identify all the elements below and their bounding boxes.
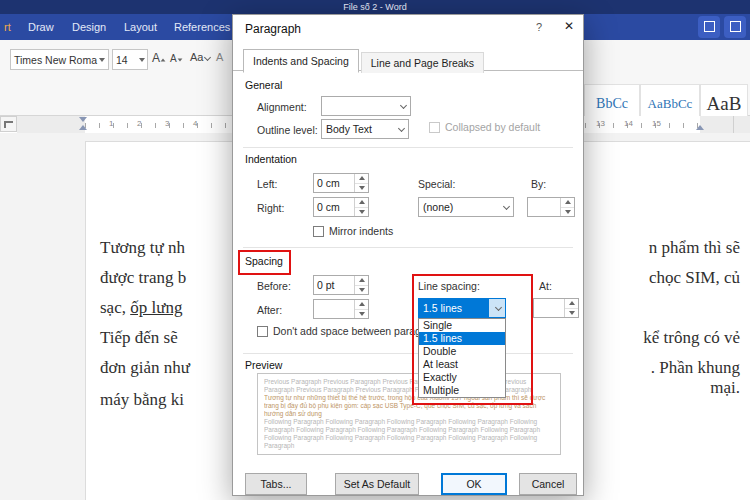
combo-arrow-button[interactable] [497, 198, 513, 216]
option-multiple[interactable]: Multiple [419, 384, 505, 397]
checkbox-icon [257, 326, 268, 337]
tab-references[interactable]: References [170, 14, 234, 40]
line-spacing-select[interactable]: 1.5 lines [418, 298, 506, 318]
spinner-up-icon[interactable] [355, 198, 368, 208]
chevron-down-icon [99, 58, 105, 62]
tab-indents-and-spacing[interactable]: Indents and Spacing [243, 49, 359, 73]
first-line-indent-marker[interactable] [79, 117, 87, 122]
spinner-down-icon[interactable] [561, 208, 574, 217]
document-title: File số 2 - Word [343, 2, 406, 12]
ruler-number: 3 [165, 119, 169, 128]
spinner-down-icon[interactable] [355, 310, 368, 319]
doc-text-line: n phẩm thì sẽ [649, 238, 740, 258]
preview-box: Previous Paragraph Previous Paragraph Pr… [257, 373, 561, 455]
spinner-up-icon[interactable] [565, 299, 578, 309]
ruler-margin-left [17, 116, 85, 133]
font-size-select[interactable]: 14 [112, 49, 148, 70]
clear-formatting-button[interactable]: A [216, 51, 223, 63]
spinner-down-icon[interactable] [565, 309, 578, 318]
help-icon[interactable]: ? [531, 21, 547, 33]
alignment-select[interactable] [321, 96, 411, 116]
caret-down-icon [177, 58, 182, 61]
preview-sample-text: Tương tự như những thiết bị thế hệ trước… [264, 394, 554, 418]
right-indent-marker[interactable] [696, 125, 704, 130]
caret-up-icon [161, 58, 166, 61]
tab-draw[interactable]: Draw [24, 14, 58, 40]
general-section-label: General [245, 79, 282, 91]
ruler-number: 1 [109, 119, 113, 128]
doc-text-line: mại. [710, 378, 740, 398]
chevron-down-icon [204, 54, 211, 61]
spacing-section-label: Spacing [245, 255, 283, 267]
square-icon [730, 21, 741, 32]
ruler-number: 14 [624, 119, 633, 128]
checkbox-icon [429, 122, 440, 133]
spinner-up-icon[interactable] [561, 198, 574, 208]
font-name-value: Times New Roma [11, 54, 99, 66]
combo-arrow-button[interactable] [392, 120, 408, 138]
spinner-up-icon[interactable] [355, 276, 368, 286]
tab-stop-icon [4, 121, 13, 128]
indentation-section-label: Indentation [245, 153, 297, 165]
at-label: At: [539, 280, 552, 292]
indent-right-label: Right: [257, 202, 284, 214]
combo-arrow-button[interactable] [489, 299, 505, 317]
spinner-up-icon[interactable] [355, 174, 368, 184]
shrink-font-button[interactable]: A [170, 53, 183, 64]
titlebar-icon-2[interactable] [724, 16, 746, 38]
outline-level-select[interactable]: Body Text [321, 119, 409, 139]
tab-line-and-page-breaks[interactable]: Line and Page Breaks [361, 52, 484, 73]
doc-text-line: đơn giản như [100, 358, 190, 378]
by-label: By: [531, 178, 546, 190]
close-icon[interactable]: ✕ [559, 19, 579, 33]
at-spinner[interactable] [533, 298, 579, 318]
set-as-default-button[interactable]: Set As Default [335, 473, 419, 495]
tab-design[interactable]: Design [68, 14, 110, 40]
dont-add-space-checkbox[interactable]: Don't add space between paragraphs of th… [257, 325, 421, 337]
section-divider [243, 353, 573, 354]
doc-text-line: máy bằng ki [100, 390, 184, 410]
spinner-down-icon[interactable] [355, 208, 368, 217]
preview-following-text: Following Paragraph Following Paragraph … [264, 418, 554, 450]
indent-left-spinner[interactable]: 0 cm [313, 173, 369, 193]
ok-button[interactable]: OK [441, 473, 507, 495]
outline-level-label: Outline level: [257, 124, 318, 136]
font-name-select[interactable]: Times New Roma [10, 49, 109, 70]
checkbox-icon [313, 226, 324, 237]
option-1-5-lines[interactable]: 1.5 lines [419, 332, 505, 345]
option-double[interactable]: Double [419, 345, 505, 358]
tabs-button[interactable]: Tabs... [245, 473, 307, 495]
doc-text-line: . Phần khung [651, 358, 740, 378]
combo-arrow-button[interactable] [394, 97, 410, 115]
doc-text-line: kể trông có vẻ [643, 328, 740, 348]
option-at-least[interactable]: At least [419, 358, 505, 371]
spinner-up-icon[interactable] [355, 300, 368, 310]
change-case-button[interactable]: Aa [190, 51, 210, 63]
line-spacing-label: Line spacing: [418, 280, 480, 292]
grow-font-button[interactable]: A [152, 51, 166, 65]
tab-partial[interactable]: rt [0, 14, 15, 40]
dialog-title: Paragraph [245, 22, 301, 36]
chevron-down-icon [397, 124, 404, 131]
titlebar-icon-1[interactable] [698, 16, 720, 38]
ruler-number: 2 [137, 119, 141, 128]
mirror-indents-checkbox[interactable]: Mirror indents [313, 225, 393, 237]
hanging-indent-marker[interactable] [79, 125, 87, 130]
spinner-down-icon[interactable] [355, 286, 368, 295]
after-spinner[interactable] [313, 299, 369, 319]
tab-layout[interactable]: Layout [120, 14, 161, 40]
indent-right-spinner[interactable]: 0 cm [313, 197, 369, 217]
after-label: After: [257, 304, 282, 316]
before-spinner[interactable]: 0 pt [313, 275, 369, 295]
preview-previous-text: Previous Paragraph Previous Paragraph Pr… [264, 378, 554, 394]
cancel-button[interactable]: Cancel [519, 473, 577, 495]
chevron-down-icon [502, 202, 509, 209]
option-single[interactable]: Single [419, 319, 505, 332]
spinner-down-icon[interactable] [355, 184, 368, 193]
tab-selector-button[interactable] [0, 116, 17, 132]
by-spinner[interactable] [527, 197, 575, 217]
special-select[interactable]: (none) [418, 197, 514, 217]
line-spacing-dropdown-list: Single 1.5 lines Double At least Exactly… [418, 318, 506, 398]
ruler-number: 4 [193, 119, 197, 128]
option-exactly[interactable]: Exactly [419, 371, 505, 384]
